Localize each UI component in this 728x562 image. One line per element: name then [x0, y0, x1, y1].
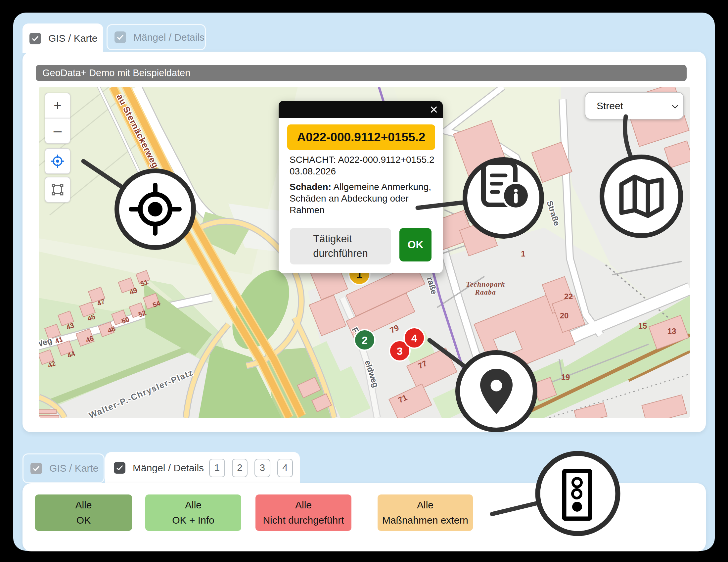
svg-text:19: 19: [561, 373, 570, 382]
svg-text:Technopark: Technopark: [466, 280, 505, 288]
svg-text:1: 1: [521, 249, 525, 258]
svg-text:20: 20: [560, 311, 569, 320]
svg-text:22: 22: [564, 292, 573, 301]
svg-text:13: 13: [667, 327, 676, 336]
svg-text:4: 4: [411, 332, 417, 344]
svg-text:2: 2: [362, 334, 368, 346]
svg-text:Raaba: Raaba: [475, 288, 496, 296]
svg-text:15: 15: [638, 321, 647, 330]
svg-text:24: 24: [501, 225, 510, 234]
svg-text:3: 3: [397, 345, 403, 357]
